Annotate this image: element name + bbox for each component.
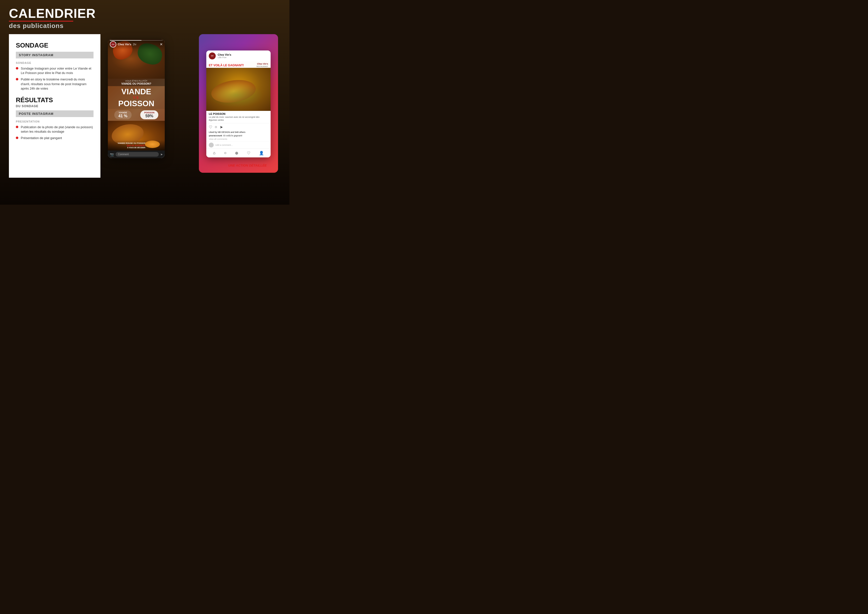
post-likes: Liked by NB DESIGN and 948 others bbox=[206, 131, 271, 134]
bullet-item-1: Sondage Instagram pour voter entre Le Vi… bbox=[16, 66, 93, 75]
poll-poisson-label: POISSON bbox=[144, 111, 154, 114]
action-label: UNE ACTION DÉTAILLÉE bbox=[228, 163, 267, 167]
post-location: Lille Five bbox=[218, 56, 231, 59]
story-food-image-bottom: VIANDE ROUGE OU POISSON ROUGE? QUI VA GA… bbox=[108, 121, 165, 151]
story-phone-frame: CV Chez Vin's 2hr ✕ VOUS bbox=[108, 39, 165, 158]
bullet-text-3: Publication de la photo de plat (viande … bbox=[21, 125, 93, 134]
left-panel: SONDAGE STORY INSTAGRAM SONDAGE Sondage … bbox=[9, 34, 101, 178]
post-user-info: Chez Vin's Lille Five bbox=[218, 53, 231, 59]
post-avatar: CV bbox=[209, 53, 216, 59]
sub-category-presentation: PRESENTATION bbox=[16, 120, 93, 123]
story-comment-bar: 📷 Comment ➤ bbox=[108, 151, 165, 158]
story-question-text: VOUS ÊTES PLUTÔT VIANDE OU POISSON? bbox=[108, 79, 165, 86]
section2-subtitle: DU SONDAGE bbox=[16, 104, 93, 108]
bullet-text-2: Publié en story le troisième mercredi du… bbox=[21, 77, 93, 91]
post-food-image bbox=[206, 68, 271, 111]
post-dish-description: Le plat du mois: saumon avec du riz acco… bbox=[209, 116, 268, 121]
post-username: Chez Vin's bbox=[218, 53, 231, 56]
subsection-post-label: POSTE INSTAGRAM bbox=[16, 110, 93, 117]
post-dish-label: LE POISSON bbox=[209, 112, 268, 115]
bullet-item-3: Publication de la photo de plat (viande … bbox=[16, 125, 93, 134]
post-phone-frame: CV Chez Vin's Lille Five ET VOILÀ LE GAG… bbox=[206, 50, 271, 157]
story-avatar: CV bbox=[110, 41, 116, 48]
comment-input-placeholder[interactable]: Add a comment... bbox=[215, 144, 233, 146]
camera-icon: 📷 bbox=[110, 152, 114, 156]
winner-text: ET VOILÀ LE GAGNANT! bbox=[209, 64, 244, 67]
story-content: CV Chez Vin's 2hr ✕ VOUS bbox=[108, 39, 165, 151]
add-post-icon[interactable]: ⊕ bbox=[235, 151, 238, 155]
post-caption-area: LE POISSON Le plat du mois: saumon avec … bbox=[206, 111, 271, 123]
poll-viande-percent: 41 % bbox=[118, 114, 128, 118]
story-question-main: VIANDE OU POISSON? bbox=[110, 82, 163, 85]
likes-text: Liked by NB DESIGN and 948 others bbox=[209, 131, 245, 134]
story-vs-section: VIANDE VS POISSON bbox=[108, 86, 165, 109]
close-icon[interactable]: ✕ bbox=[160, 42, 163, 46]
story-user-row: CV Chez Vin's 2hr bbox=[110, 41, 136, 48]
post-brand-logo: Chez Vin's RESTAURANT bbox=[257, 63, 268, 68]
view-comments[interactable]: View all comments bbox=[206, 138, 271, 141]
story-viande-label: VIANDE bbox=[110, 88, 163, 96]
story-progress-bar bbox=[110, 40, 163, 40]
commenter-avatar bbox=[209, 143, 214, 148]
page-title: CALENDRIER bbox=[9, 7, 281, 20]
brand-sub: RESTAURANT bbox=[257, 65, 268, 67]
share-icon[interactable]: ➤ bbox=[220, 125, 223, 129]
story-comment-input[interactable]: Comment bbox=[116, 152, 159, 157]
post-image-area: ET VOILÀ LE GAGNANT! Chez Vin's RESTAURA… bbox=[206, 61, 271, 111]
poll-viande-label: VIANDE bbox=[118, 111, 128, 114]
bullet-dot-1 bbox=[16, 67, 18, 70]
story-username: Chez Vin's bbox=[118, 43, 131, 46]
brand-name: Chez Vin's bbox=[257, 63, 268, 65]
poll-container: VIANDE 41 % POISSON 59% bbox=[108, 109, 165, 121]
home-icon[interactable]: ⌂ bbox=[213, 151, 215, 155]
post-gradient-background: CV Chez Vin's Lille Five ET VOILÀ LE GAG… bbox=[199, 34, 278, 173]
section2-title: RÉSULTATS bbox=[16, 96, 93, 104]
search-nav-icon[interactable]: ○ bbox=[224, 151, 226, 155]
section1-title: SONDAGE bbox=[16, 42, 93, 49]
bullet-text-1: Sondage Instagram pour voter entre Le Vi… bbox=[21, 66, 93, 75]
page-subtitle: des publications bbox=[9, 22, 281, 30]
story-time: 2hr bbox=[133, 43, 136, 46]
story-bottom-question: VIANDE ROUGE OU POISSON ROUGE? bbox=[110, 142, 163, 144]
story-bottom-subcta: A VOUS DE DÉCIDER! bbox=[110, 147, 163, 149]
activity-icon[interactable]: ♡ bbox=[247, 151, 250, 155]
content-row: SONDAGE STORY INSTAGRAM SONDAGE Sondage … bbox=[9, 34, 281, 200]
profile-icon[interactable]: 👤 bbox=[259, 151, 264, 155]
page-header: CALENDRIER des publications bbox=[9, 7, 281, 30]
title-underline bbox=[9, 21, 73, 22]
poll-option-viande[interactable]: VIANDE 41 % bbox=[114, 110, 132, 119]
bullet-item-2: Publié en story le troisième mercredi du… bbox=[16, 77, 93, 91]
story-bottom-overlay: VIANDE ROUGE OU POISSON ROUGE? QUI VA GA… bbox=[108, 140, 165, 151]
comment-icon[interactable]: ○ bbox=[215, 125, 217, 129]
send-icon[interactable]: ➤ bbox=[160, 153, 163, 156]
post-phone-wrap: CV Chez Vin's Lille Five ET VOILÀ LE GAG… bbox=[165, 34, 281, 173]
poll-poisson-percent: 59% bbox=[144, 114, 154, 118]
sub-category-sondage: SONDAGE bbox=[16, 61, 93, 64]
post-nav-bar: ⌂ ○ ⊕ ♡ 👤 bbox=[206, 149, 271, 157]
bullet-dot-3 bbox=[16, 126, 18, 128]
post-caption: youraccount Et voilà le gagnant! bbox=[206, 134, 271, 138]
caption-username: youraccount bbox=[209, 134, 222, 137]
bullet-dot-4 bbox=[16, 137, 18, 139]
resultats-bullet-list: Publication de la photo de plat (viande … bbox=[16, 125, 93, 141]
story-question-sub: VOUS ÊTES PLUTÔT bbox=[110, 80, 163, 82]
heart-icon[interactable]: ♡ bbox=[209, 125, 212, 129]
bullet-item-4: Présentation de plat gangant bbox=[16, 136, 93, 140]
bullet-text-4: Présentation de plat gangant bbox=[21, 136, 62, 140]
post-actions-row: ♡ ○ ➤ bbox=[206, 123, 271, 131]
story-poisson-label: POISSON bbox=[110, 99, 163, 107]
poll-option-poisson[interactable]: POISSON 59% bbox=[140, 110, 158, 119]
caption-text: Et voilà le gagnant! bbox=[223, 134, 242, 137]
subsection-story-label: STORY INSTAGRAM bbox=[16, 52, 93, 58]
bullet-dot-2 bbox=[16, 78, 18, 81]
add-comment-row: Add a comment... bbox=[206, 141, 271, 149]
sondage-bullet-list: Sondage Instagram pour voter entre Le Vi… bbox=[16, 66, 93, 91]
main-page: CALENDRIER des publications SONDAGE STOR… bbox=[0, 0, 290, 205]
post-header: CV Chez Vin's Lille Five bbox=[206, 50, 271, 61]
story-phone-mockup: CV Chez Vin's 2hr ✕ VOUS bbox=[108, 39, 165, 158]
story-bottom-cta: QUI VA GAGNER? bbox=[110, 144, 163, 147]
